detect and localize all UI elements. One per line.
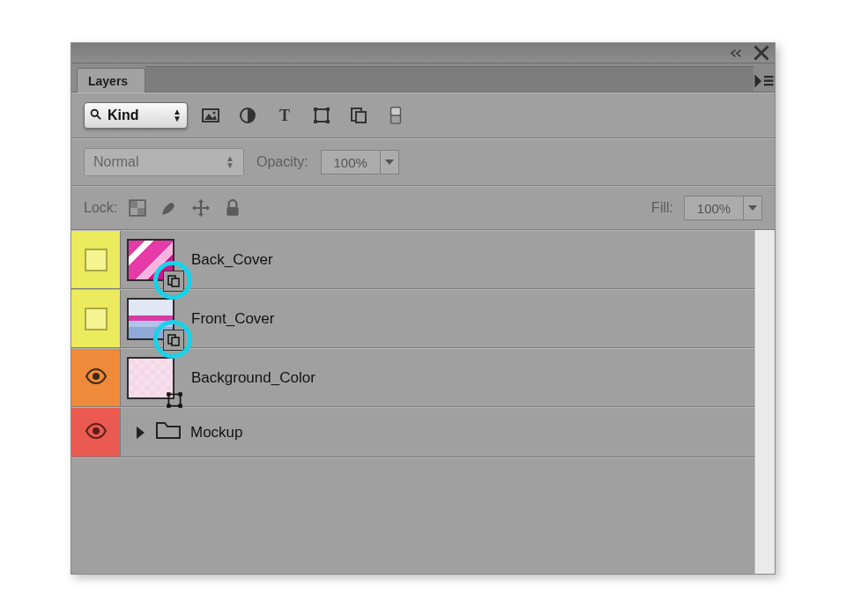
layers-panel: Layers Kind ▲▼	[70, 42, 776, 575]
svg-point-3	[92, 109, 98, 115]
close-panel-icon[interactable]	[753, 46, 769, 60]
svg-rect-10	[315, 109, 328, 122]
visibility-off-icon	[85, 249, 108, 271]
type-filter-icon[interactable]: T	[274, 105, 295, 126]
lock-position-icon[interactable]	[191, 198, 211, 218]
svg-marker-6	[204, 114, 217, 120]
svg-rect-23	[227, 207, 239, 216]
layer-row[interactable]: Front_Cover	[71, 289, 775, 348]
svg-marker-24	[748, 205, 757, 211]
layer-list-empty-area	[71, 457, 775, 574]
adjustment-filter-icon[interactable]	[237, 105, 258, 126]
panel-flyout-menu-icon[interactable]	[753, 71, 775, 92]
layer-row[interactable]: Mockup	[71, 407, 775, 457]
layer-visibility-toggle[interactable]	[71, 408, 121, 456]
eye-icon	[85, 365, 108, 390]
svg-rect-31	[167, 392, 170, 396]
filter-kind-dropdown[interactable]: Kind ▲▼	[84, 102, 188, 129]
layer-name[interactable]: Back_Cover	[191, 251, 273, 269]
opacity-value[interactable]: 100%	[321, 150, 381, 174]
updown-arrows-icon: ▲▼	[226, 155, 234, 169]
svg-rect-2	[764, 84, 774, 85]
svg-rect-13	[314, 120, 317, 123]
layer-name[interactable]: Mockup	[190, 424, 243, 442]
fill-slider-toggle[interactable]	[744, 196, 762, 220]
svg-rect-34	[178, 404, 182, 407]
svg-point-29	[93, 373, 100, 380]
shape-filter-icon[interactable]	[311, 105, 332, 126]
lock-label: Lock:	[84, 200, 117, 216]
svg-rect-33	[167, 404, 170, 407]
svg-point-35	[93, 427, 100, 434]
search-icon	[90, 108, 102, 123]
layer-visibility-toggle[interactable]	[71, 231, 121, 288]
fill-label: Fill:	[651, 200, 673, 216]
shape-layer-badge-icon	[165, 390, 184, 410]
opacity-slider-toggle[interactable]	[381, 150, 399, 174]
filter-toggle-icon[interactable]	[385, 105, 406, 126]
image-filter-icon[interactable]	[200, 105, 221, 126]
svg-rect-22	[137, 208, 145, 216]
svg-rect-1	[764, 80, 774, 82]
tab-layers[interactable]: Layers	[77, 68, 145, 93]
smart-object-badge-icon	[163, 330, 184, 351]
svg-rect-21	[130, 200, 137, 208]
layer-thumbnail[interactable]	[121, 349, 181, 406]
layer-thumbnail[interactable]	[121, 290, 181, 347]
lock-pixels-icon[interactable]	[160, 198, 179, 218]
layer-thumbnail[interactable]	[121, 231, 181, 288]
filter-type-icons: T	[200, 105, 406, 126]
svg-marker-19	[385, 160, 394, 165]
svg-rect-32	[178, 392, 182, 396]
eye-icon	[85, 419, 108, 445]
filter-row: Kind ▲▼ T	[71, 93, 775, 138]
tab-label: Layers	[88, 74, 128, 88]
visibility-off-icon	[85, 308, 108, 330]
layer-row[interactable]: Back_Cover	[71, 230, 775, 289]
blend-mode-dropdown[interactable]: Normal ▲▼	[84, 148, 244, 176]
svg-rect-14	[326, 120, 330, 123]
panel-tab-strip: Layers	[71, 63, 775, 93]
svg-rect-11	[314, 108, 317, 111]
lock-all-icon[interactable]	[223, 198, 242, 218]
tab-filler	[145, 66, 753, 92]
folder-icon	[155, 419, 182, 446]
blend-row: Normal ▲▼ Opacity: 100%	[71, 138, 775, 186]
blend-mode-label: Normal	[93, 154, 139, 170]
layer-visibility-toggle[interactable]	[71, 349, 121, 406]
filter-kind-label: Kind	[108, 108, 167, 123]
svg-point-7	[213, 112, 216, 115]
lock-row: Lock: Fill: 100%	[71, 186, 775, 230]
layer-row[interactable]: Background_Color	[71, 348, 775, 407]
svg-rect-0	[764, 76, 774, 78]
svg-rect-12	[326, 108, 330, 111]
smartobject-filter-icon[interactable]	[348, 105, 369, 126]
smart-object-badge-icon	[163, 271, 184, 292]
updown-arrows-icon: ▲▼	[173, 108, 182, 122]
lock-transparent-icon[interactable]	[128, 198, 147, 218]
layer-name[interactable]: Front_Cover	[191, 310, 274, 328]
svg-rect-16	[356, 112, 366, 122]
opacity-label: Opacity:	[256, 154, 308, 170]
svg-text:T: T	[279, 107, 290, 124]
collapse-panel-icon[interactable]	[729, 46, 745, 60]
svg-line-4	[97, 115, 100, 119]
svg-rect-28	[172, 338, 179, 345]
layer-visibility-toggle[interactable]	[71, 290, 121, 347]
svg-rect-18	[391, 108, 401, 115]
panel-titlebar	[71, 43, 775, 63]
svg-rect-26	[172, 278, 179, 286]
layer-list: Back_Cover Front_Cover	[71, 230, 775, 574]
layers-scrollbar[interactable]	[754, 230, 775, 574]
layer-name[interactable]: Background_Color	[191, 369, 315, 387]
disclosure-triangle-icon[interactable]	[137, 427, 145, 439]
fill-value[interactable]: 100%	[684, 196, 744, 220]
